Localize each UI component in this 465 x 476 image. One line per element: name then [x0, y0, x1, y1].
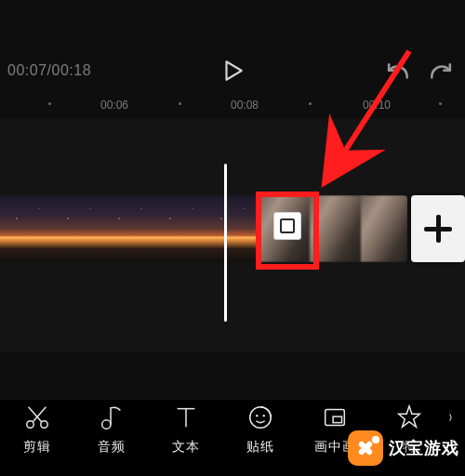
tool-label: 贴纸 — [246, 439, 274, 456]
svg-point-6 — [263, 415, 265, 416]
scissors-icon — [23, 403, 51, 431]
svg-point-1 — [27, 421, 34, 429]
svg-rect-8 — [333, 416, 341, 423]
ruler-mark: 00:08 — [231, 99, 259, 112]
ruler-dot — [179, 102, 181, 105]
watermark-text: 汉宝游戏 — [389, 437, 459, 459]
tool-label: 音频 — [98, 439, 126, 456]
tool-label: 剪辑 — [23, 439, 51, 456]
music-note-icon — [98, 403, 126, 431]
tool-label: 文本 — [172, 439, 200, 456]
ruler-dot — [439, 102, 442, 105]
playhead[interactable] — [224, 164, 227, 322]
pip-icon — [321, 403, 349, 431]
tool-text[interactable]: 文本 — [149, 403, 223, 456]
tool-more[interactable] — [446, 403, 465, 431]
add-clip-button[interactable] — [411, 195, 465, 262]
svg-point-3 — [102, 420, 111, 429]
text-icon — [172, 403, 200, 431]
play-button[interactable] — [220, 59, 245, 83]
more-icon — [446, 403, 465, 431]
undo-button[interactable] — [387, 61, 411, 82]
clip-track — [0, 195, 465, 262]
svg-point-2 — [41, 421, 48, 429]
timeline[interactable] — [0, 119, 465, 351]
site-watermark: 汉宝游戏 — [348, 430, 459, 467]
watermark-logo-icon — [348, 430, 383, 466]
ruler-dot — [48, 102, 51, 105]
transport-bar: 00:07/00:18 — [0, 50, 465, 91]
tool-edit[interactable]: 剪辑 — [0, 403, 74, 456]
transition-button[interactable] — [273, 212, 301, 240]
ruler-dot — [309, 102, 312, 105]
svg-point-5 — [256, 415, 258, 416]
effects-icon — [395, 403, 423, 431]
ruler-mark: 00:10 — [363, 99, 391, 112]
redo-button[interactable] — [428, 61, 452, 82]
transition-icon — [280, 218, 295, 233]
video-clip[interactable] — [0, 195, 257, 262]
video-editor-screen: 00:07/00:18 00:06 00:08 00:10 — [0, 0, 465, 476]
plus-icon — [436, 215, 441, 243]
timecode: 00:07/00:18 — [7, 62, 91, 79]
tool-sticker[interactable]: 贴纸 — [223, 403, 298, 456]
sticker-icon — [246, 403, 274, 431]
tool-audio[interactable]: 音频 — [74, 403, 149, 456]
ruler-mark: 00:06 — [100, 99, 128, 112]
